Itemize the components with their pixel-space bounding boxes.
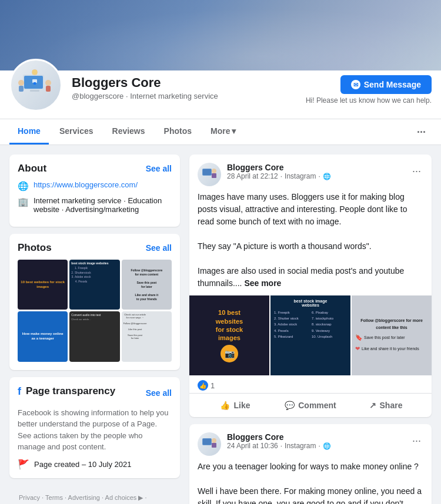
post-image[interactable]: Follow @bloggerscore for more content li… xyxy=(352,295,432,375)
svg-rect-18 xyxy=(212,443,216,448)
about-title: About xyxy=(18,163,46,174)
svg-rect-12 xyxy=(203,169,211,175)
svg-rect-6 xyxy=(19,86,24,92)
main-content: About See all 🌐 https://www.bloggerscore… xyxy=(0,145,441,504)
reaction-count: 1 xyxy=(211,381,215,390)
post-card: Bloggers Core 24 April at 10:36 · Instag… xyxy=(189,424,432,504)
post-header: Bloggers Core 24 April at 10:36 · Instag… xyxy=(189,424,432,461)
post-card: Bloggers Core 28 April at 22:12 · Instag… xyxy=(189,154,432,417)
post-date: 24 April at 10:36 · Instagram · 🌐 xyxy=(227,442,404,450)
page-created-info: 🚩 Page created – 10 July 2021 xyxy=(18,459,172,470)
post-actions: 👍 Like 💬 Comment ↗ Share xyxy=(189,394,432,417)
post-image[interactable]: best stock imagewebsites 1. Freepik6. Pi… xyxy=(270,295,350,375)
photos-see-all-link[interactable]: See all xyxy=(146,243,172,253)
profile-section: Bloggers Core @bloggerscore · Internet m… xyxy=(0,70,441,119)
svg-rect-14 xyxy=(212,173,216,178)
chevron-down-icon: ▾ xyxy=(232,126,236,136)
post-text: Are you a teenager looking for ways to m… xyxy=(189,461,432,504)
footer-link-terms[interactable]: Terms xyxy=(45,494,63,501)
cover-photo xyxy=(0,0,441,70)
post-author-name: Bloggers Core xyxy=(227,163,404,172)
briefcase-icon: 🏢 xyxy=(18,197,29,207)
svg-point-17 xyxy=(212,438,216,443)
list-item[interactable]: How make money online as a teenager xyxy=(18,311,68,361)
list-item[interactable]: 10 best websites for stock images xyxy=(18,260,68,310)
tab-services[interactable]: Services xyxy=(51,119,102,145)
svg-point-5 xyxy=(18,80,24,86)
svg-rect-10 xyxy=(32,70,37,75)
post-author-name: Bloggers Core xyxy=(227,432,404,442)
like-button[interactable]: 👍 Like xyxy=(198,396,273,415)
transparency-title: Page transparency xyxy=(26,385,115,397)
transparency-description: Facebook is showing information to help … xyxy=(18,407,172,453)
about-website-item: 🌐 https://www.bloggerscore.com/ xyxy=(18,180,172,191)
about-description-item: 🏢 Internet marketing service · Education… xyxy=(18,196,172,214)
tab-photos[interactable]: Photos xyxy=(156,119,200,145)
svg-rect-16 xyxy=(203,439,211,445)
nav-more-options-button[interactable]: ··· xyxy=(411,122,432,142)
svg-point-13 xyxy=(212,169,216,173)
footer-link-ad-choices[interactable]: Ad choices ▶ xyxy=(105,494,143,501)
globe-icon: 🌐 xyxy=(323,442,331,450)
comment-button[interactable]: 💬 Comment xyxy=(273,396,348,415)
page-name: Bloggers Core xyxy=(72,75,296,90)
about-see-all-link[interactable]: See all xyxy=(146,164,172,173)
about-card: About See all 🌐 https://www.bloggerscore… xyxy=(9,154,180,227)
helper-text: Hi! Please let us know how we can help. xyxy=(306,96,432,105)
photos-card: Photos See all 10 best websites for stoc… xyxy=(9,234,180,370)
footer-link-privacy[interactable]: Privacy xyxy=(19,494,40,501)
thumbs-up-icon: 👍 xyxy=(220,401,230,410)
comment-icon: 💬 xyxy=(285,401,295,410)
post-image[interactable]: 10 bestwebsitesfor stockimages 📷 xyxy=(189,295,269,375)
svg-rect-3 xyxy=(34,82,36,85)
post-meta: Bloggers Core 28 April at 22:12 · Instag… xyxy=(227,163,404,180)
photos-grid: 10 best websites for stock images best s… xyxy=(18,260,172,362)
see-more-link[interactable]: See more xyxy=(244,278,281,288)
globe-icon: 🌐 xyxy=(18,181,29,191)
svg-rect-4 xyxy=(30,90,39,92)
footer-links: Privacy · Terms · Advertising · Ad choic… xyxy=(19,492,171,504)
post-author-avatar xyxy=(198,163,221,186)
list-item[interactable]: Check out our articlefor more ways →Foll… xyxy=(122,311,172,361)
post-date: 28 April at 22:12 · Instagram · 🌐 xyxy=(227,172,404,180)
avatar xyxy=(9,59,62,112)
profile-actions: ✉ Send Message Hi! Please let us know ho… xyxy=(306,70,432,105)
page-transparency-card: f Page transparency See all Facebook is … xyxy=(9,377,180,478)
facebook-icon: f xyxy=(18,385,21,398)
right-column: Bloggers Core 28 April at 22:12 · Instag… xyxy=(189,154,432,504)
footer-link-advertising[interactable]: Advertising xyxy=(68,494,100,501)
nav-tabs: Home Services Reviews Photos More ▾ ··· xyxy=(0,119,441,145)
footer: Privacy · Terms · Advertising · Ad choic… xyxy=(9,485,180,504)
flag-icon: 🚩 xyxy=(18,459,29,470)
share-icon: ↗ xyxy=(369,401,376,410)
messenger-icon: ✉ xyxy=(351,80,360,89)
tab-more[interactable]: More ▾ xyxy=(202,119,244,145)
tab-reviews[interactable]: Reviews xyxy=(104,119,153,145)
list-item[interactable]: Follow @bloggerscorefor more contentSave… xyxy=(122,260,172,310)
list-item[interactable]: Convert audio into text Check our articl… xyxy=(69,311,119,361)
list-item[interactable]: best stock image websites 1. Freepik2. S… xyxy=(69,260,119,310)
svg-point-7 xyxy=(45,80,51,86)
profile-info: Bloggers Core @bloggerscore · Internet m… xyxy=(72,70,296,100)
svg-rect-8 xyxy=(46,86,51,92)
post-options-button[interactable]: ··· xyxy=(410,163,423,180)
post-author-avatar xyxy=(198,432,221,456)
globe-icon: 🌐 xyxy=(323,173,331,180)
send-message-button[interactable]: ✉ Send Message xyxy=(340,75,432,94)
about-website-link[interactable]: https://www.bloggerscore.com/ xyxy=(34,180,138,189)
photos-title: Photos xyxy=(18,242,52,254)
tab-home[interactable]: Home xyxy=(9,119,49,145)
about-description: Internet marketing service · Education w… xyxy=(34,196,172,214)
post-header: Bloggers Core 28 April at 22:12 · Instag… xyxy=(189,154,432,191)
share-button[interactable]: ↗ Share xyxy=(348,396,423,415)
transparency-see-all-link[interactable]: See all xyxy=(146,388,172,398)
post-images: 10 bestwebsitesfor stockimages 📷 best st… xyxy=(189,295,432,375)
post-meta: Bloggers Core 24 April at 10:36 · Instag… xyxy=(227,432,404,450)
like-icon: 👍 xyxy=(198,380,208,391)
post-text: Images have many uses. Bloggers use it f… xyxy=(189,191,432,290)
post-options-button[interactable]: ··· xyxy=(410,432,423,449)
post-reactions: 👍 1 xyxy=(189,375,432,394)
left-column: About See all 🌐 https://www.bloggerscore… xyxy=(9,154,180,504)
page-handle: @bloggerscore · Internet marketing servi… xyxy=(72,92,296,100)
